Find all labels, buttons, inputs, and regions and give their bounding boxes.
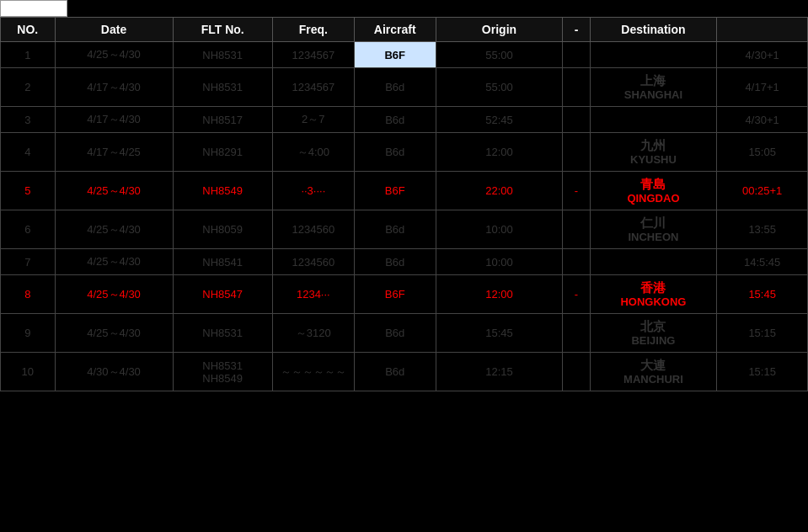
table-cell: 15:15 xyxy=(717,314,808,353)
table-cell: 2 xyxy=(1,68,56,107)
table-cell-aircraft: B6d xyxy=(354,210,436,249)
table-cell: 55:00 xyxy=(436,68,563,107)
table-cell: 10:00 xyxy=(436,249,563,275)
header-freq: Freq. xyxy=(272,18,354,42)
table-cell: 7 xyxy=(1,249,56,275)
table-cell-aircraft: B6F xyxy=(354,172,436,210)
header-aircraft: Aircraft xyxy=(354,18,436,42)
header-flt: FLT No. xyxy=(173,18,272,42)
table-cell-aircraft: B6d xyxy=(354,314,436,353)
table-cell-dest-name xyxy=(590,107,717,133)
table-cell-dest-name: 九州KYUSHU xyxy=(590,133,717,172)
table-cell: - xyxy=(563,172,590,210)
table-cell: 15:15 xyxy=(717,353,808,391)
table-cell: 1 xyxy=(1,42,56,68)
table-cell-dest-name: 大連MANCHURI xyxy=(590,353,717,391)
table-cell-aircraft: B6d xyxy=(354,353,436,391)
table-cell-flt: NH8541 xyxy=(173,249,272,275)
table-cell: ～～～～～～ xyxy=(272,353,354,391)
header-date: Date xyxy=(55,18,173,42)
table-cell-aircraft: B6d xyxy=(354,68,436,107)
table-cell: 1234560 xyxy=(272,249,354,275)
table-cell: 12:00 xyxy=(436,275,563,314)
table-cell-dest-name xyxy=(590,42,717,68)
table-cell: 10 xyxy=(1,353,56,391)
table-cell: 4 xyxy=(1,133,56,172)
table-cell xyxy=(563,133,590,172)
table-row: 54/25～4/30NH8549··3····B6F22:00-青島QINGDA… xyxy=(1,172,808,210)
header-destination: Destination xyxy=(590,18,717,42)
table-cell-flt: NH8059 xyxy=(173,210,272,249)
table-row: 94/25～4/30NH8531～3120B6d15:45北京BEIJING15… xyxy=(1,314,808,353)
table-cell xyxy=(563,42,590,68)
table-row: 74/25～4/30NH85411234560B6d10:0014:5:45 xyxy=(1,249,808,275)
table-row: 64/25～4/30NH80591234560B6d10:00仁川INCHEON… xyxy=(1,210,808,249)
table-cell-dest-name: 青島QINGDAO xyxy=(590,172,717,210)
header-dash: - xyxy=(563,18,590,42)
table-cell: 4/30+1 xyxy=(717,42,808,68)
table-cell: 12:15 xyxy=(436,353,563,391)
table-cell: 1234··· xyxy=(272,275,354,314)
table-row: 84/25～4/30NH85471234···B6F12:00-香港HONGKO… xyxy=(1,275,808,314)
table-cell: 4/25～4/30 xyxy=(55,249,173,275)
header-no: NO. xyxy=(1,18,56,42)
table-cell-dest-name: 北京BEIJING xyxy=(590,314,717,353)
table-cell: 6 xyxy=(1,210,56,249)
table-cell: 2～7 xyxy=(272,107,354,133)
table-cell: 1234567 xyxy=(272,42,354,68)
table-cell-dest-name xyxy=(590,249,717,275)
table-cell: 4/17+1 xyxy=(717,68,808,107)
table-cell-aircraft: B6d xyxy=(354,133,436,172)
table-cell: 10:00 xyxy=(436,210,563,249)
table-cell-flt: NH8549 xyxy=(173,172,272,210)
table-cell: 4/25～4/30 xyxy=(55,210,173,249)
table-cell: 15:45 xyxy=(717,275,808,314)
table-cell: 00:25+1 xyxy=(717,172,808,210)
table-cell xyxy=(563,68,590,107)
table-cell: ～4:00 xyxy=(272,133,354,172)
table-cell-dest-name: 上海SHANGHAI xyxy=(590,68,717,107)
top-bar xyxy=(0,0,808,17)
table-cell: 1234567 xyxy=(272,68,354,107)
table-cell: 4/17～4/25 xyxy=(55,133,173,172)
table-cell xyxy=(563,353,590,391)
top-input[interactable] xyxy=(0,0,67,17)
table-cell-flt: NH8547 xyxy=(173,275,272,314)
table-cell xyxy=(563,210,590,249)
table-row: 24/17～4/30NH85311234567B6d55:00上海SHANGHA… xyxy=(1,68,808,107)
table-cell: 4/17～4/30 xyxy=(55,68,173,107)
table-cell: 15:45 xyxy=(436,314,563,353)
table-cell: 3 xyxy=(1,107,56,133)
table-row: 44/17～4/25NH8291～4:00B6d12:00九州KYUSHU15:… xyxy=(1,133,808,172)
table-cell: 14:5:45 xyxy=(717,249,808,275)
table-cell: 4/30+1 xyxy=(717,107,808,133)
table-cell-flt: NH8531 xyxy=(173,42,272,68)
table-cell: 4/25～4/30 xyxy=(55,314,173,353)
table-cell-flt: NH8531NH8549 xyxy=(173,353,272,391)
table-cell: ～3120 xyxy=(272,314,354,353)
table-row: 104/30～4/30NH8531NH8549～～～～～～B6d12:15大連M… xyxy=(1,353,808,391)
table-cell: 13:55 xyxy=(717,210,808,249)
table-cell-flt: NH8531 xyxy=(173,68,272,107)
table-cell: 8 xyxy=(1,275,56,314)
table-cell-flt: NH8531 xyxy=(173,314,272,353)
table-cell: 4/25～4/30 xyxy=(55,172,173,210)
table-cell: 5 xyxy=(1,172,56,210)
table-cell: 4/25～4/30 xyxy=(55,275,173,314)
table-cell: 22:00 xyxy=(436,172,563,210)
table-cell: 4/25～4/30 xyxy=(55,42,173,68)
table-cell: 52:45 xyxy=(436,107,563,133)
table-cell: 9 xyxy=(1,314,56,353)
table-cell: ··3···· xyxy=(272,172,354,210)
table-row: 14/25～4/30NH85311234567B6F55:004/30+1 xyxy=(1,42,808,68)
table-cell xyxy=(563,107,590,133)
table-cell: 1234560 xyxy=(272,210,354,249)
table-cell-aircraft: B6d xyxy=(354,107,436,133)
table-cell xyxy=(563,314,590,353)
table-cell: 4/30～4/30 xyxy=(55,353,173,391)
table-cell: 12:00 xyxy=(436,133,563,172)
header-origin: Origin xyxy=(436,18,563,42)
table-cell: 55:00 xyxy=(436,42,563,68)
table-cell-aircraft: B6d xyxy=(354,249,436,275)
table-cell-dest-name: 香港HONGKONG xyxy=(590,275,717,314)
